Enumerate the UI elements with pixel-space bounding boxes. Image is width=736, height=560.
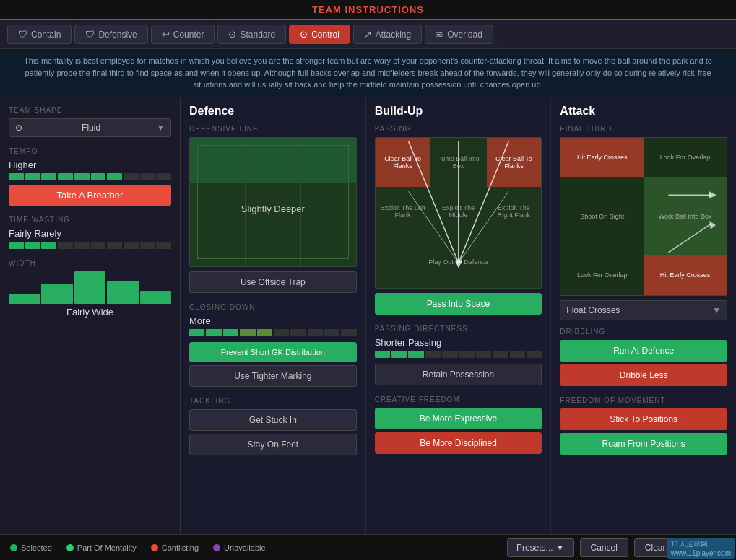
defensive-line-grid[interactable]: Slightly Deeper xyxy=(189,137,357,267)
final-third-grid[interactable]: Hit Early Crosses Look For Overlap Shoot… xyxy=(560,137,727,296)
chevron-down-icon: ▼ xyxy=(712,305,721,315)
presets-button[interactable]: Presets... ▼ xyxy=(507,538,574,557)
hit-early-crosses-bot-right[interactable]: Hit Early Crosses xyxy=(644,255,727,295)
legend-conflicting: Conflicting xyxy=(151,543,199,552)
fluid-icon: ⊙ xyxy=(15,123,22,133)
defence-column: Defence DEFENSIVE LINE Slightly Deeper U… xyxy=(181,97,366,541)
counter-icon: ↩ xyxy=(162,29,170,40)
width-visual xyxy=(9,271,171,304)
exploit-middle[interactable]: Exploit The Middle xyxy=(430,187,486,237)
pass-into-space-button[interactable]: Pass Into Space xyxy=(375,293,542,315)
legend-unavailable: Unavailable xyxy=(213,543,265,552)
defensive-line-label: Slightly Deeper xyxy=(241,204,305,214)
dribbling-subtitle: DRIBBLING xyxy=(560,328,727,336)
exploit-left[interactable]: Exploit The Left Flank xyxy=(376,187,430,237)
attack-title: Attack xyxy=(560,105,727,118)
clear-ball-left[interactable]: Clear Ball To Flanks xyxy=(376,138,430,188)
passing-directness-slider[interactable] xyxy=(375,351,542,358)
clear-ball-right[interactable]: Clear Ball To Flanks xyxy=(487,138,542,188)
tempo-label: TEMPO xyxy=(9,147,171,155)
defensive-line-subtitle: DEFENSIVE LINE xyxy=(189,125,357,133)
tempo-value: Higher xyxy=(9,159,171,170)
tab-overload[interactable]: ≋ Overload xyxy=(425,25,493,44)
width-value: Fairly Wide xyxy=(9,307,171,318)
legend-mentality: Part Of Mentality xyxy=(66,543,137,552)
float-crosses-label: Float Crosses xyxy=(566,305,620,315)
stick-to-positions-button[interactable]: Stick To Positions xyxy=(560,408,727,430)
closing-down-subtitle: CLOSING DOWN xyxy=(189,303,357,311)
attacking-icon: ↗ xyxy=(364,29,372,40)
defence-title: Defence xyxy=(189,105,357,118)
watermark: 11人足球网www.11player.com xyxy=(667,538,735,559)
look-for-overlap-top-right[interactable]: Look For Overlap xyxy=(644,138,727,178)
tempo-slider[interactable] xyxy=(9,173,171,180)
be-more-expressive-button[interactable]: Be More Expressive xyxy=(375,408,542,429)
work-ball-into-box[interactable]: Work Ball Into Box xyxy=(644,177,727,255)
time-wasting-value: Fairly Rarely xyxy=(9,228,171,239)
standard-icon: ⊙ xyxy=(228,29,236,40)
exploit-right[interactable]: Exploit The Right Flank xyxy=(487,187,542,237)
mentality-dot xyxy=(66,544,74,551)
dribble-less-button[interactable]: Dribble Less xyxy=(560,364,727,386)
contain-icon: 🛡 xyxy=(18,29,27,40)
tab-standard[interactable]: ⊙ Standard xyxy=(217,25,286,44)
passing-grid[interactable]: Clear Ball To Flanks Pump Ball Into Box … xyxy=(375,137,542,289)
tab-contain[interactable]: 🛡 Contain xyxy=(7,25,72,44)
take-breather-button[interactable]: Take A Breather xyxy=(9,185,171,206)
main-layout: TEAM SHAPE ⊙ Fluid ▼ TEMPO Higher Take A… xyxy=(0,97,736,541)
page-title: TEAM INSTRUCTIONS xyxy=(7,4,729,15)
overload-icon: ≋ xyxy=(436,29,443,40)
tab-attacking[interactable]: ↗ Attacking xyxy=(353,25,422,44)
control-icon: ⊙ xyxy=(300,29,308,40)
hit-early-crosses-top-left[interactable]: Hit Early Crosses xyxy=(560,138,644,178)
final-third-subtitle: FINAL THIRD xyxy=(560,125,727,133)
run-at-defence-button[interactable]: Run At Defence xyxy=(560,340,727,362)
description-text: This mentality is best employed for matc… xyxy=(0,49,736,97)
stay-on-feet-button[interactable]: Stay On Feet xyxy=(189,434,357,455)
width-label: WIDTH xyxy=(9,259,171,267)
closing-down-value: More xyxy=(189,315,357,326)
offside-trap-button[interactable]: Use Offside Trap xyxy=(189,271,357,293)
passing-directness-subtitle: PASSING DIRECTNESS xyxy=(375,325,542,333)
conflicting-dot xyxy=(151,544,158,551)
closing-down-slider[interactable] xyxy=(189,329,357,336)
prevent-gk-button[interactable]: Prevent Short GK Distribution xyxy=(189,342,357,362)
pump-ball-box[interactable]: Pump Ball Into Box xyxy=(430,138,486,188)
defensive-icon: 🛡 xyxy=(85,29,95,40)
nav-tabs: 🛡 Contain 🛡 Defensive ↩ Counter ⊙ Standa… xyxy=(0,20,736,49)
columns: Defence DEFENSIVE LINE Slightly Deeper U… xyxy=(181,97,736,541)
float-crosses-dropdown[interactable]: Float Crosses ▼ xyxy=(560,300,727,320)
selected-dot xyxy=(10,544,17,551)
tighter-marking-button[interactable]: Use Tighter Marking xyxy=(189,365,357,387)
buildup-title: Build-Up xyxy=(375,105,542,118)
tab-control[interactable]: ⊙ Control xyxy=(289,25,350,44)
team-shape-select[interactable]: ⊙ Fluid ▼ xyxy=(9,118,171,137)
team-shape-label: TEAM SHAPE xyxy=(9,106,171,114)
cancel-button[interactable]: Cancel xyxy=(580,538,628,557)
play-out-defence[interactable]: Play Out Of Defence xyxy=(376,237,542,288)
time-wasting-label: TIME WASTING xyxy=(9,216,171,224)
passing-subtitle: PASSING xyxy=(375,125,542,133)
tackling-subtitle: TACKLING xyxy=(189,397,357,405)
time-wasting-slider[interactable] xyxy=(9,242,171,249)
chevron-down-icon: ▼ xyxy=(157,123,165,132)
top-bar: TEAM INSTRUCTIONS xyxy=(0,0,736,20)
unavailable-dot xyxy=(213,544,220,551)
roam-from-positions-button[interactable]: Roam From Positions xyxy=(560,433,727,455)
tab-counter[interactable]: ↩ Counter xyxy=(151,25,215,44)
freedom-of-movement-subtitle: FREEDOM OF MOVEMENT xyxy=(560,396,727,404)
retain-possession-button[interactable]: Retain Possession xyxy=(375,364,542,385)
legend-selected: Selected xyxy=(10,543,52,552)
creative-freedom-subtitle: CREATIVE FREEDOM xyxy=(375,395,542,403)
presets-chevron-icon: ▼ xyxy=(556,543,565,553)
attack-column: Attack FINAL THIRD Hit Early Crosses Loo… xyxy=(551,97,736,541)
be-more-disciplined-button[interactable]: Be More Disciplined xyxy=(375,432,542,454)
bottom-bar: Selected Part Of Mentality Conflicting U… xyxy=(0,534,736,560)
look-for-overlap-bot-left[interactable]: Look For Overlap xyxy=(560,255,644,295)
buildup-column: Build-Up PASSING Clear Ball To Flanks Pu… xyxy=(366,97,552,541)
get-stuck-in-button[interactable]: Get Stuck In xyxy=(189,409,357,431)
sidebar: TEAM SHAPE ⊙ Fluid ▼ TEMPO Higher Take A… xyxy=(0,97,181,541)
shoot-on-sight[interactable]: Shoot On Sight xyxy=(560,177,644,255)
tab-defensive[interactable]: 🛡 Defensive xyxy=(74,25,147,44)
passing-directness-value: Shorter Passing xyxy=(375,337,542,348)
